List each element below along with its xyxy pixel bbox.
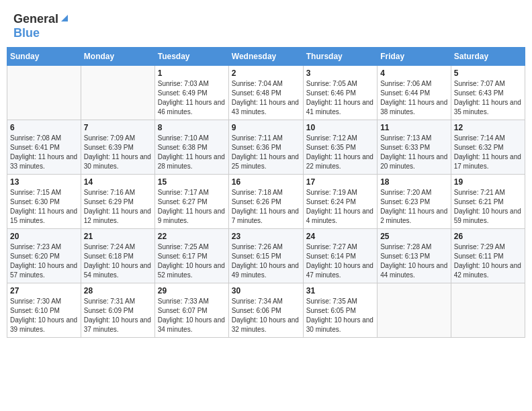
- day-cell: 26Sunrise: 7:29 AMSunset: 6:11 PMDayligh…: [451, 229, 525, 283]
- day-info: Sunrise: 7:12 AMSunset: 6:35 PMDaylight:…: [306, 134, 374, 171]
- day-number: 22: [158, 232, 226, 241]
- day-number: 25: [380, 232, 448, 241]
- day-info: Sunrise: 7:18 AMSunset: 6:26 PMDaylight:…: [232, 188, 300, 226]
- day-info: Sunrise: 7:07 AMSunset: 6:43 PMDaylight:…: [454, 79, 522, 117]
- day-cell: 4Sunrise: 7:06 AMSunset: 6:44 PMDaylight…: [378, 66, 451, 120]
- day-cell: 12Sunrise: 7:14 AMSunset: 6:32 PMDayligh…: [451, 120, 525, 175]
- day-info: Sunrise: 7:14 AMSunset: 6:32 PMDaylight:…: [454, 134, 522, 171]
- day-cell: 27Sunrise: 7:30 AMSunset: 6:10 PMDayligh…: [7, 283, 81, 338]
- day-number: 28: [84, 286, 152, 295]
- day-number: 3: [306, 68, 374, 78]
- day-number: 21: [84, 232, 152, 241]
- day-number: 4: [380, 68, 448, 78]
- weekday-header-sunday: Sunday: [7, 48, 81, 66]
- day-number: 26: [454, 232, 522, 241]
- day-number: 29: [158, 286, 226, 295]
- week-row-1: 1Sunrise: 7:03 AMSunset: 6:49 PMDaylight…: [7, 66, 525, 120]
- day-cell: 3Sunrise: 7:05 AMSunset: 6:46 PMDaylight…: [303, 66, 377, 120]
- day-number: 30: [232, 286, 300, 295]
- day-cell: [81, 66, 154, 120]
- day-cell: 30Sunrise: 7:34 AMSunset: 6:06 PMDayligh…: [228, 283, 303, 338]
- weekday-header-thursday: Thursday: [303, 48, 377, 66]
- weekday-header-saturday: Saturday: [451, 48, 525, 66]
- day-cell: 7Sunrise: 7:09 AMSunset: 6:39 PMDaylight…: [81, 120, 154, 175]
- week-row-4: 20Sunrise: 7:23 AMSunset: 6:20 PMDayligh…: [7, 229, 525, 283]
- day-cell: 13Sunrise: 7:15 AMSunset: 6:30 PMDayligh…: [7, 175, 81, 229]
- day-cell: 18Sunrise: 7:20 AMSunset: 6:23 PMDayligh…: [378, 175, 451, 229]
- day-info: Sunrise: 7:27 AMSunset: 6:14 PMDaylight:…: [306, 242, 374, 280]
- day-cell: 19Sunrise: 7:21 AMSunset: 6:21 PMDayligh…: [451, 175, 525, 229]
- day-info: Sunrise: 7:35 AMSunset: 6:05 PMDaylight:…: [306, 297, 374, 334]
- day-cell: 22Sunrise: 7:25 AMSunset: 6:17 PMDayligh…: [154, 229, 228, 283]
- day-info: Sunrise: 7:24 AMSunset: 6:18 PMDaylight:…: [84, 242, 152, 280]
- day-info: Sunrise: 7:19 AMSunset: 6:24 PMDaylight:…: [306, 188, 374, 226]
- calendar-table: SundayMondayTuesdayWednesdayThursdayFrid…: [7, 47, 525, 338]
- day-cell: 29Sunrise: 7:33 AMSunset: 6:07 PMDayligh…: [154, 283, 228, 338]
- day-info: Sunrise: 7:31 AMSunset: 6:09 PMDaylight:…: [84, 297, 152, 334]
- day-number: 2: [232, 68, 300, 78]
- day-number: 10: [306, 123, 374, 132]
- day-info: Sunrise: 7:23 AMSunset: 6:20 PMDaylight:…: [10, 242, 78, 280]
- day-info: Sunrise: 7:29 AMSunset: 6:11 PMDaylight:…: [454, 242, 522, 280]
- day-cell: 21Sunrise: 7:24 AMSunset: 6:18 PMDayligh…: [81, 229, 154, 283]
- day-info: Sunrise: 7:26 AMSunset: 6:15 PMDaylight:…: [232, 242, 300, 280]
- day-cell: 17Sunrise: 7:19 AMSunset: 6:24 PMDayligh…: [303, 175, 377, 229]
- day-info: Sunrise: 7:33 AMSunset: 6:07 PMDaylight:…: [158, 297, 226, 334]
- day-info: Sunrise: 7:15 AMSunset: 6:30 PMDaylight:…: [10, 188, 78, 226]
- day-info: Sunrise: 7:13 AMSunset: 6:33 PMDaylight:…: [380, 134, 448, 171]
- week-row-3: 13Sunrise: 7:15 AMSunset: 6:30 PMDayligh…: [7, 175, 525, 229]
- day-number: 15: [158, 177, 226, 187]
- logo-triangle-icon: [60, 13, 69, 26]
- logo-blue-text: Blue: [13, 26, 40, 40]
- day-info: Sunrise: 7:09 AMSunset: 6:39 PMDaylight:…: [84, 134, 152, 171]
- day-cell: 11Sunrise: 7:13 AMSunset: 6:33 PMDayligh…: [378, 120, 451, 175]
- weekday-header-tuesday: Tuesday: [154, 48, 228, 66]
- page-header: General Blue: [7, 7, 525, 43]
- day-number: 13: [10, 177, 78, 187]
- day-number: 8: [158, 123, 226, 132]
- day-info: Sunrise: 7:34 AMSunset: 6:06 PMDaylight:…: [232, 297, 300, 334]
- day-number: 5: [454, 68, 522, 78]
- day-info: Sunrise: 7:03 AMSunset: 6:49 PMDaylight:…: [158, 79, 226, 117]
- day-cell: [378, 283, 451, 338]
- day-cell: 9Sunrise: 7:11 AMSunset: 6:36 PMDaylight…: [228, 120, 303, 175]
- weekday-header-friday: Friday: [378, 48, 451, 66]
- day-info: Sunrise: 7:20 AMSunset: 6:23 PMDaylight:…: [380, 188, 448, 226]
- day-cell: 5Sunrise: 7:07 AMSunset: 6:43 PMDaylight…: [451, 66, 525, 120]
- day-number: 27: [10, 286, 78, 295]
- day-number: 31: [306, 286, 374, 295]
- day-number: 20: [10, 232, 78, 241]
- day-number: 14: [84, 177, 152, 187]
- week-row-2: 6Sunrise: 7:08 AMSunset: 6:41 PMDaylight…: [7, 120, 525, 175]
- day-number: 7: [84, 123, 152, 132]
- day-cell: 6Sunrise: 7:08 AMSunset: 6:41 PMDaylight…: [7, 120, 81, 175]
- day-cell: 24Sunrise: 7:27 AMSunset: 6:14 PMDayligh…: [303, 229, 377, 283]
- day-cell: 28Sunrise: 7:31 AMSunset: 6:09 PMDayligh…: [81, 283, 154, 338]
- day-number: 12: [454, 123, 522, 132]
- weekday-header-row: SundayMondayTuesdayWednesdayThursdayFrid…: [7, 48, 525, 66]
- day-number: 9: [232, 123, 300, 132]
- logo: General Blue: [13, 12, 69, 40]
- day-info: Sunrise: 7:17 AMSunset: 6:27 PMDaylight:…: [158, 188, 226, 226]
- day-cell: 10Sunrise: 7:12 AMSunset: 6:35 PMDayligh…: [303, 120, 377, 175]
- day-cell: 23Sunrise: 7:26 AMSunset: 6:15 PMDayligh…: [228, 229, 303, 283]
- day-info: Sunrise: 7:28 AMSunset: 6:13 PMDaylight:…: [380, 242, 448, 280]
- day-info: Sunrise: 7:04 AMSunset: 6:48 PMDaylight:…: [232, 79, 300, 117]
- day-info: Sunrise: 7:11 AMSunset: 6:36 PMDaylight:…: [232, 134, 300, 171]
- weekday-header-monday: Monday: [81, 48, 154, 66]
- day-cell: [451, 283, 525, 338]
- day-number: 24: [306, 232, 374, 241]
- day-cell: 15Sunrise: 7:17 AMSunset: 6:27 PMDayligh…: [154, 175, 228, 229]
- day-number: 17: [306, 177, 374, 187]
- week-row-5: 27Sunrise: 7:30 AMSunset: 6:10 PMDayligh…: [7, 283, 525, 338]
- day-number: 11: [380, 123, 448, 132]
- day-number: 1: [158, 68, 226, 78]
- day-number: 19: [454, 177, 522, 187]
- day-cell: 16Sunrise: 7:18 AMSunset: 6:26 PMDayligh…: [228, 175, 303, 229]
- day-cell: [7, 66, 81, 120]
- day-info: Sunrise: 7:05 AMSunset: 6:46 PMDaylight:…: [306, 79, 374, 117]
- svg-marker-0: [61, 15, 68, 21]
- day-info: Sunrise: 7:10 AMSunset: 6:38 PMDaylight:…: [158, 134, 226, 171]
- day-cell: 25Sunrise: 7:28 AMSunset: 6:13 PMDayligh…: [378, 229, 451, 283]
- day-cell: 8Sunrise: 7:10 AMSunset: 6:38 PMDaylight…: [154, 120, 228, 175]
